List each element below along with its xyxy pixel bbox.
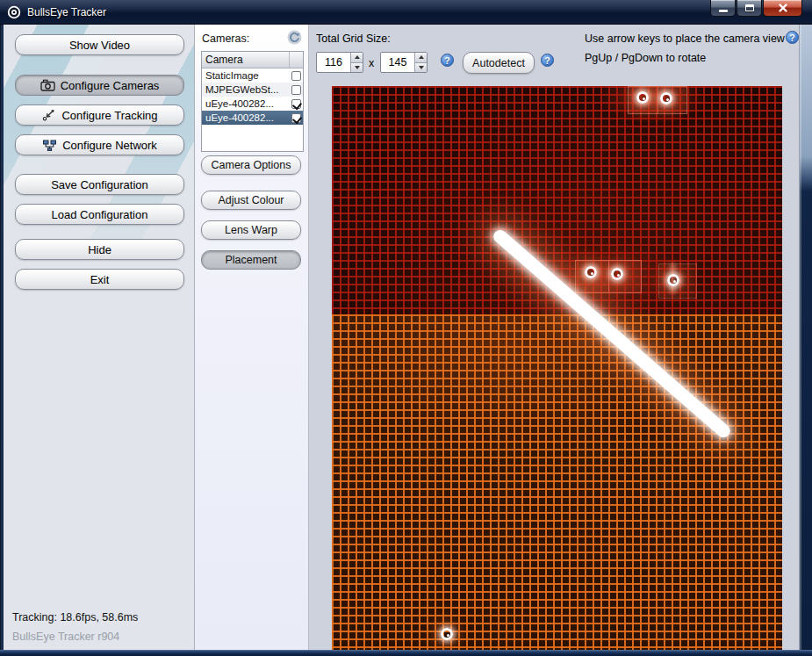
autodetect-help-icon[interactable]: ? [541,54,554,67]
window-border-bottom [0,650,812,656]
spin-up-button[interactable] [415,53,427,62]
sidebar: Show Video Configure Cameras [4,25,195,650]
window-controls [710,0,802,17]
placement-help-icon[interactable]: ? [786,31,799,44]
camera-row-ueye-2-selected[interactable]: uEye-400282... [202,111,303,125]
marker-box-middle [575,260,642,293]
ring-marker [441,628,453,640]
camera-options-label: Camera Options [211,159,291,171]
minimize-icon [719,10,728,12]
configure-network-label: Configure Network [62,139,157,152]
ring-marker [636,91,649,104]
camera-enabled-checkbox[interactable] [291,99,301,109]
close-button[interactable] [763,0,802,17]
placement-label: Placement [225,254,277,266]
bullseye-app-icon [7,5,21,19]
tracking-status: Tracking: 18.6fps, 58.6ms [12,611,138,624]
placement-hint-line1: Use arrow keys to place the camera view [585,32,785,45]
grid-height-spinner[interactable] [380,52,428,73]
lens-warp-label: Lens Warp [225,224,277,236]
exit-button[interactable]: Exit [15,269,184,290]
tracking-icon [41,109,56,121]
grid-size-separator: x [369,57,374,69]
refresh-icon [287,30,302,45]
ring-marker [667,274,679,286]
hide-label: Hide [88,243,111,256]
arrow-down-icon [355,66,360,69]
save-configuration-label: Save Configuration [51,178,148,191]
camera-list-header[interactable]: Camera [202,52,303,68]
grid-width-input[interactable] [317,53,350,72]
autodetect-button[interactable]: Autodetect [463,52,535,74]
grid-height-spin-arrows [414,53,427,72]
camera-row-ueye-1[interactable]: uEye-400282... [202,97,303,111]
adjust-colour-label: Adjust Colour [218,194,284,206]
save-configuration-button[interactable]: Save Configuration [15,174,184,195]
arrow-down-icon [419,66,424,69]
camera-name: MJPEGWebSt... [202,84,289,95]
camera-icon [40,79,55,91]
refresh-cameras-button[interactable] [287,30,302,45]
camera-name: uEye-400282... [202,98,289,109]
show-video-label: Show Video [69,39,130,52]
grid-width-spinner[interactable] [316,52,363,73]
camera-name: StaticImage [202,70,289,81]
show-video-button[interactable]: Show Video [15,34,184,55]
spin-down-button[interactable] [415,62,427,73]
network-icon [42,139,57,151]
ring-marker [660,92,672,105]
arrow-up-icon [355,55,360,59]
arrow-up-icon [419,55,424,59]
checkbox-column-header [289,52,303,68]
grid-size-help-icon[interactable]: ? [441,54,454,67]
spin-up-button[interactable] [351,53,363,62]
camera-options-button[interactable]: Camera Options [201,155,301,175]
minimize-button[interactable] [710,0,736,17]
ring-marker [585,266,597,278]
grid-width-spin-arrows [350,53,363,72]
camera-name: uEye-400282... [202,112,289,123]
configure-cameras-label: Configure Cameras [61,79,160,92]
hide-button[interactable]: Hide [15,239,184,260]
configure-network-button[interactable]: Configure Network [15,134,184,155]
adjust-colour-button[interactable]: Adjust Colour [201,191,301,210]
window-border-right [799,25,812,650]
configure-cameras-button[interactable]: Configure Cameras [15,75,184,96]
autodetect-label: Autodetect [472,57,525,69]
load-configuration-label: Load Configuration [52,208,148,221]
placement-hint-line2: PgUp / PgDown to rotate [585,52,706,64]
ring-marker [611,268,623,280]
app-window: BullsEye Tracker Show Video Conf [0,0,812,656]
exit-label: Exit [90,273,110,286]
grid-region-lower-orange [332,314,782,650]
cameras-panel: Cameras: Camera StaticImage MJPEGWebSt..… [195,25,309,650]
camera-list[interactable]: Camera StaticImage MJPEGWebSt... uEye-40… [201,51,304,152]
placement-button[interactable]: Placement [201,250,301,270]
spin-down-button[interactable] [351,62,363,73]
close-icon [778,3,788,13]
camera-row-mjpegwebstream[interactable]: MJPEGWebSt... [202,83,303,97]
configure-tracking-button[interactable]: Configure Tracking [15,105,184,126]
configure-tracking-label: Configure Tracking [61,109,157,122]
cameras-label: Cameras: [202,32,249,45]
version-label: BullsEye Tracker r904 [12,631,119,643]
maximize-button[interactable] [737,0,762,17]
grid-height-input[interactable] [381,53,414,72]
lens-warp-button[interactable]: Lens Warp [201,220,301,240]
camera-enabled-checkbox[interactable] [291,85,301,95]
camera-column-header: Camera [202,54,289,66]
title-bar[interactable]: BullsEye Tracker [0,0,812,25]
camera-row-staticimage[interactable]: StaticImage [202,68,303,83]
camera-enabled-checkbox[interactable] [291,71,301,81]
load-configuration-button[interactable]: Load Configuration [15,204,184,225]
window-title: BullsEye Tracker [27,6,106,18]
placement-panel: Total Grid Size: x ? Autodetect ? Use ar… [309,25,799,650]
total-grid-size-label: Total Grid Size: [316,32,391,45]
camera-enabled-checkbox[interactable] [291,113,301,123]
maximize-icon [745,4,754,11]
camera-placement-view[interactable] [332,86,782,650]
